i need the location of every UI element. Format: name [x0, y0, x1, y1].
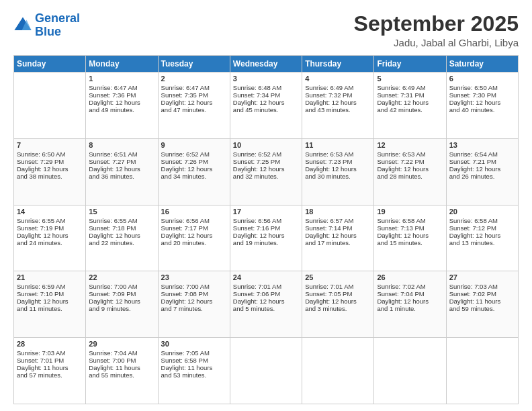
logo: General Blue: [13, 12, 80, 39]
day-info: Daylight: 12 hours: [377, 165, 443, 173]
logo-icon: [13, 16, 32, 35]
calendar-cell: 16Sunrise: 6:56 AMSunset: 7:17 PMDayligh…: [158, 205, 230, 271]
day-number: 28: [17, 340, 83, 348]
day-info: Daylight: 12 hours: [449, 99, 515, 106]
day-number: 17: [233, 208, 299, 216]
day-info: Sunrise: 7:04 AM: [89, 349, 154, 357]
day-info: Sunrise: 7:05 AM: [161, 349, 227, 357]
day-info: and 57 minutes.: [17, 371, 83, 379]
day-info: and 13 minutes.: [449, 239, 515, 246]
day-info: Sunset: 7:06 PM: [233, 290, 299, 298]
day-info: Sunrise: 6:55 AM: [17, 217, 83, 224]
calendar-cell: 3Sunrise: 6:48 AMSunset: 7:34 PMDaylight…: [230, 73, 302, 139]
day-info: Daylight: 12 hours: [17, 232, 83, 239]
day-info: Daylight: 12 hours: [449, 232, 515, 239]
day-info: Daylight: 12 hours: [161, 232, 227, 239]
day-info: Sunrise: 7:02 AM: [377, 283, 443, 290]
day-info: Sunrise: 6:50 AM: [449, 84, 515, 91]
day-info: Sunset: 7:09 PM: [89, 290, 154, 298]
logo-general: General: [35, 11, 80, 25]
day-info: and 36 minutes.: [89, 173, 154, 180]
day-info: and 5 minutes.: [233, 305, 299, 312]
day-info: and 40 minutes.: [449, 106, 515, 113]
day-number: 20: [449, 208, 515, 216]
calendar-cell: 8Sunrise: 6:51 AMSunset: 7:27 PMDaylight…: [86, 138, 158, 205]
day-info: and 53 minutes.: [161, 371, 227, 379]
calendar-cell: 26Sunrise: 7:02 AMSunset: 7:04 PMDayligh…: [374, 271, 446, 338]
day-info: Daylight: 12 hours: [161, 165, 227, 173]
calendar-cell: 22Sunrise: 7:00 AMSunset: 7:09 PMDayligh…: [86, 271, 158, 338]
day-number: 21: [17, 273, 83, 281]
calendar-cell: [230, 338, 302, 404]
day-number: 2: [161, 75, 227, 83]
day-number: 26: [377, 273, 443, 281]
day-number: 11: [305, 141, 371, 149]
day-info: Daylight: 12 hours: [305, 165, 371, 173]
col-header-sunday: Sunday: [14, 56, 86, 73]
day-number: 6: [449, 75, 515, 83]
day-info: Sunrise: 6:52 AM: [233, 150, 299, 158]
calendar-cell: [14, 73, 86, 139]
day-number: 27: [449, 273, 515, 281]
day-info: Sunset: 7:04 PM: [377, 290, 443, 298]
day-info: Sunset: 7:19 PM: [17, 224, 83, 232]
day-info: and 7 minutes.: [161, 305, 227, 312]
day-info: Daylight: 12 hours: [449, 165, 515, 173]
day-info: and 32 minutes.: [233, 173, 299, 180]
calendar-week-5: 28Sunrise: 7:03 AMSunset: 7:01 PMDayligh…: [14, 338, 519, 404]
day-info: Sunrise: 6:51 AM: [89, 150, 154, 158]
day-info: Sunset: 7:30 PM: [449, 91, 515, 99]
day-info: Sunset: 7:01 PM: [17, 357, 83, 364]
day-info: Sunrise: 7:00 AM: [89, 283, 154, 290]
calendar-cell: 4Sunrise: 6:49 AMSunset: 7:32 PMDaylight…: [302, 73, 374, 139]
day-info: Sunset: 7:36 PM: [89, 91, 154, 99]
calendar-cell: 1Sunrise: 6:47 AMSunset: 7:36 PMDaylight…: [86, 73, 158, 139]
day-info: and 59 minutes.: [449, 305, 515, 312]
calendar-cell: 29Sunrise: 7:04 AMSunset: 7:00 PMDayligh…: [86, 338, 158, 404]
day-info: Sunset: 7:22 PM: [377, 158, 443, 165]
day-info: Daylight: 11 hours: [89, 364, 154, 371]
day-number: 8: [89, 141, 154, 149]
calendar-cell: 2Sunrise: 6:47 AMSunset: 7:35 PMDaylight…: [158, 73, 230, 139]
day-info: Sunrise: 6:52 AM: [161, 150, 227, 158]
calendar-cell: 9Sunrise: 6:52 AMSunset: 7:26 PMDaylight…: [158, 138, 230, 205]
day-info: and 1 minute.: [377, 305, 443, 312]
day-info: Sunset: 7:21 PM: [449, 158, 515, 165]
logo-text: General Blue: [35, 12, 80, 39]
calendar-cell: 17Sunrise: 6:56 AMSunset: 7:16 PMDayligh…: [230, 205, 302, 271]
day-info: Sunset: 7:25 PM: [233, 158, 299, 165]
day-info: Daylight: 12 hours: [305, 99, 371, 106]
day-info: and 45 minutes.: [233, 106, 299, 113]
calendar-cell: 12Sunrise: 6:53 AMSunset: 7:22 PMDayligh…: [374, 138, 446, 205]
calendar-cell: 25Sunrise: 7:01 AMSunset: 7:05 PMDayligh…: [302, 271, 374, 338]
day-number: 29: [89, 340, 154, 348]
day-number: 12: [377, 141, 443, 149]
day-info: Daylight: 12 hours: [305, 232, 371, 239]
day-info: Sunrise: 7:00 AM: [161, 283, 227, 290]
day-info: and 20 minutes.: [161, 239, 227, 246]
day-number: 14: [17, 208, 83, 216]
day-info: Sunset: 7:17 PM: [161, 224, 227, 232]
day-info: Daylight: 12 hours: [89, 298, 154, 305]
col-header-thursday: Thursday: [302, 56, 374, 73]
day-info: Sunset: 7:08 PM: [161, 290, 227, 298]
day-number: 22: [89, 273, 154, 281]
day-info: Sunrise: 6:48 AM: [233, 84, 299, 91]
location-title: Jadu, Jabal al Gharbi, Libya: [354, 37, 519, 48]
day-info: Sunset: 7:34 PM: [233, 91, 299, 99]
day-info: Sunset: 7:27 PM: [89, 158, 154, 165]
day-info: Sunrise: 6:49 AM: [377, 84, 443, 91]
day-info: and 19 minutes.: [233, 239, 299, 246]
calendar-cell: 23Sunrise: 7:00 AMSunset: 7:08 PMDayligh…: [158, 271, 230, 338]
col-header-friday: Friday: [374, 56, 446, 73]
day-info: and 3 minutes.: [305, 305, 371, 312]
day-info: and 26 minutes.: [449, 173, 515, 180]
day-number: 18: [305, 208, 371, 216]
day-number: 19: [377, 208, 443, 216]
day-info: Daylight: 12 hours: [377, 298, 443, 305]
calendar-cell: 18Sunrise: 6:57 AMSunset: 7:14 PMDayligh…: [302, 205, 374, 271]
day-info: Sunrise: 7:03 AM: [449, 283, 515, 290]
calendar-cell: 21Sunrise: 6:59 AMSunset: 7:10 PMDayligh…: [14, 271, 86, 338]
calendar-cell: 10Sunrise: 6:52 AMSunset: 7:25 PMDayligh…: [230, 138, 302, 205]
col-header-monday: Monday: [86, 56, 158, 73]
